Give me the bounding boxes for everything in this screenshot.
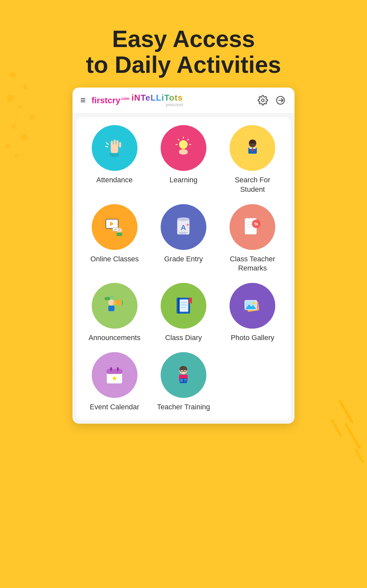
svg-rect-11: [179, 150, 188, 154]
svg-rect-51: [180, 300, 188, 312]
svg-line-9: [105, 146, 108, 147]
grade-entry-label: Grade Entry: [164, 254, 203, 264]
svg-rect-27: [117, 232, 122, 236]
settings-button[interactable]: [257, 94, 269, 106]
photo-gallery-label: Photo Gallery: [231, 333, 274, 343]
announcements-label: Announcements: [88, 333, 140, 343]
event-calendar-label: Event Calendar: [90, 402, 139, 412]
event-calendar-icon-circle: ★: [92, 352, 137, 398]
online-classes-label: Online Classes: [90, 254, 139, 264]
header-section: Easy Access to Daily Activities: [0, 0, 367, 88]
main-grid: Attendance: [82, 125, 285, 342]
app-header: ≡ firstcry.com iNTeLLiTots preschool: [72, 88, 295, 113]
search-student-icon-circle: [230, 125, 275, 171]
svg-rect-28: [113, 227, 119, 231]
svg-rect-23: [253, 148, 256, 149]
svg-rect-6: [116, 140, 119, 147]
svg-point-2: [110, 153, 120, 157]
bottom-row: ★ Event Calendar: [82, 352, 285, 412]
svg-line-15: [188, 139, 189, 140]
svg-rect-4: [111, 141, 113, 148]
svg-line-8: [106, 143, 108, 145]
svg-rect-63: [106, 369, 122, 374]
attendance-label: Attendance: [96, 175, 133, 185]
teacher-training-label: Teacher Training: [157, 402, 210, 412]
svg-point-0: [262, 99, 264, 102]
class-teacher-remarks-label: Class Teacher Remarks: [230, 254, 275, 273]
teacher-training-icon-circle: [161, 352, 206, 398]
grid-item-learning[interactable]: Learning: [151, 125, 216, 194]
svg-point-12: [179, 140, 188, 149]
grid-container: Attendance: [76, 117, 291, 420]
svg-marker-45: [116, 299, 120, 306]
grid-item-class-teacher-remarks[interactable]: % Class Teacher Remarks: [220, 204, 285, 273]
grid-item-attendance[interactable]: Attendance: [82, 125, 147, 194]
svg-rect-47: [105, 297, 110, 300]
learning-icon-circle: [161, 125, 206, 171]
grid-item-online-classes[interactable]: Online Classes: [82, 204, 147, 273]
logo-intellitots: iNTeLLiTots: [132, 93, 183, 102]
svg-point-32: [177, 218, 190, 221]
svg-rect-44: [108, 306, 115, 311]
svg-text:A: A: [181, 223, 186, 232]
svg-marker-55: [189, 298, 192, 304]
logo-firstcry: firstcry.com: [91, 95, 129, 106]
grid-item-grade-entry[interactable]: A + Grade Entry: [151, 204, 216, 273]
grid-item-event-calendar[interactable]: ★ Event Calendar: [82, 352, 147, 412]
svg-rect-22: [249, 148, 252, 149]
svg-rect-50: [178, 298, 180, 314]
logo-area: firstcry.com iNTeLLiTots preschool: [91, 93, 257, 107]
learning-label: Learning: [169, 175, 198, 185]
svg-rect-5: [114, 139, 116, 147]
svg-rect-7: [119, 142, 121, 148]
grade-entry-icon-circle: A +: [161, 204, 206, 250]
svg-rect-64: [110, 367, 112, 371]
grid-item-announcements[interactable]: Announcements: [82, 283, 147, 343]
class-teacher-remarks-icon-circle: %: [230, 204, 275, 250]
class-diary-icon-circle: [161, 283, 206, 329]
announcements-icon-circle: [92, 283, 137, 329]
svg-rect-13: [182, 148, 185, 150]
svg-line-16: [178, 139, 179, 140]
svg-text:%: %: [254, 221, 258, 226]
header-line1: Easy Access: [0, 26, 367, 52]
header-icons: [257, 94, 287, 106]
svg-rect-46: [113, 302, 116, 305]
logout-button[interactable]: [274, 94, 287, 106]
svg-text:★: ★: [111, 374, 118, 382]
menu-icon[interactable]: ≡: [80, 95, 86, 106]
header-line2: to Daily Activities: [0, 52, 367, 78]
phone-card: ≡ firstcry.com iNTeLLiTots preschool: [72, 88, 295, 424]
search-student-label: Search For Student: [235, 175, 270, 194]
photo-gallery-icon-circle: [230, 283, 275, 329]
attendance-icon-circle: [92, 125, 137, 171]
class-diary-label: Class Diary: [165, 333, 202, 343]
grid-item-search-student[interactable]: Search For Student: [220, 125, 285, 194]
logo-preschool: preschool: [132, 103, 183, 107]
svg-rect-48: [110, 296, 114, 299]
grid-item-photo-gallery[interactable]: Photo Gallery: [220, 283, 285, 343]
svg-point-61: [252, 302, 255, 305]
online-classes-icon-circle: [92, 204, 137, 250]
svg-text:+: +: [186, 222, 189, 227]
grid-item-teacher-training[interactable]: Teacher Training: [151, 352, 216, 412]
grid-item-class-diary[interactable]: Class Diary: [151, 283, 216, 343]
svg-rect-65: [117, 367, 119, 371]
